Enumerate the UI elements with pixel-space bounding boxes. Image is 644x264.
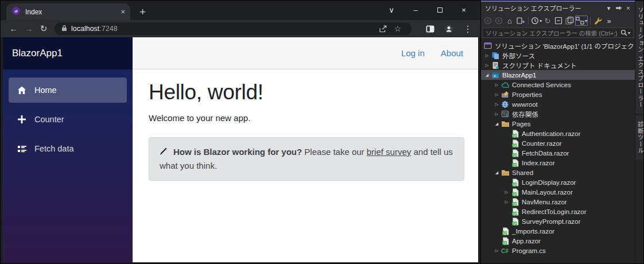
address-bar[interactable]: localhost :7248 ☆ <box>55 22 412 35</box>
reload-button[interactable]: ↻ <box>36 24 51 34</box>
collapsed-arrow-icon[interactable]: ▷ <box>493 112 501 117</box>
tree-item-surveyprompt-razor[interactable]: @SurveyPrompt.razor <box>481 216 635 226</box>
solution-explorer-search[interactable]: ソリューション エクスプローラー の検索 (Ctrl+;) ▾ <box>481 27 635 38</box>
tree-item-properties[interactable]: ▷Properties <box>481 90 635 99</box>
tab-search-button[interactable]: ∨ <box>379 6 404 14</box>
csharp-file-icon: C# <box>501 247 510 255</box>
collapsed-arrow-icon[interactable]: ▷ <box>483 53 491 58</box>
sync-with-active-document-icon[interactable]: ▾ <box>575 15 588 26</box>
bookmark-star-icon[interactable]: ☆ <box>390 24 405 33</box>
toolbar-separator <box>528 17 529 25</box>
tree-item-label: 依存関係 <box>512 110 538 119</box>
tree-item-label: wwwroot <box>512 101 538 108</box>
forward-button[interactable]: → <box>21 24 36 34</box>
minimize-button[interactable]: – <box>404 6 428 14</box>
app-page-body: Hello, world! Welcome to your new app. H… <box>133 69 478 181</box>
tree-item-item[interactable]: ▷依存関係 <box>481 109 635 119</box>
collapse-all-icon[interactable] <box>553 15 564 26</box>
preview-selected-items-icon[interactable] <box>564 15 575 26</box>
home-icon[interactable]: ⌂ <box>505 15 515 26</box>
collapsed-arrow-icon[interactable]: ▷ <box>503 200 510 204</box>
tree-item-label: ソリューション 'BlazorApp1' (1/1 のプロジェクト) <box>495 41 635 51</box>
maximize-button[interactable] <box>428 6 452 14</box>
sidebar-item-home[interactable]: Home <box>9 77 127 103</box>
tree-item-wwwroot[interactable]: ▷wwwroot <box>481 99 635 109</box>
new-tab-button[interactable]: + <box>139 6 146 17</box>
solution-explorer-toolbar: ⌂▾↻▾» <box>481 14 635 27</box>
razor-file-icon: @ <box>510 218 519 226</box>
svg-text:@: @ <box>513 192 517 196</box>
pin-button[interactable] <box>614 5 623 12</box>
tree-item-mainlayout-razor[interactable]: ▷@MainLayout.razor <box>481 187 635 197</box>
tree-item-blazorapp1[interactable]: ◢BlazorApp1 <box>481 70 635 80</box>
tree-item-connected-services[interactable]: ▷Connected Services <box>481 80 635 90</box>
close-window-button[interactable]: × <box>452 6 476 14</box>
browser-tab-index[interactable]: Index × <box>6 3 130 20</box>
window-position-button[interactable]: ▾ <box>604 5 614 12</box>
tree-item-label: Authentication.razor <box>522 130 580 137</box>
pending-changes-filter-icon[interactable]: ▾ <box>531 15 542 26</box>
expanded-arrow-icon[interactable]: ◢ <box>483 73 491 77</box>
toolbar-trailing-icons: ⋮ <box>423 24 475 34</box>
top-link-about[interactable]: About <box>441 48 463 58</box>
expanded-arrow-icon[interactable]: ◢ <box>493 122 501 126</box>
svg-text:@: @ <box>513 153 517 157</box>
tree-item-index-razor[interactable]: @Index.razor <box>481 158 635 168</box>
expanded-arrow-icon[interactable]: ◢ <box>493 170 501 175</box>
collapsed-arrow-icon[interactable]: ▷ <box>493 83 501 87</box>
tree-item-redirecttologin-razor[interactable]: @RedirectToLogin.razor <box>481 207 635 216</box>
side-tab-item[interactable]: ソリューション エクスプローラー <box>635 2 644 113</box>
toolbar-overflow-icon[interactable]: » <box>604 15 614 26</box>
collapsed-arrow-icon[interactable]: ▷ <box>483 63 491 68</box>
share-icon[interactable] <box>375 25 390 33</box>
brief-survey-link[interactable]: brief survey <box>367 147 412 157</box>
menu-dots-icon[interactable]: ⋮ <box>461 24 475 34</box>
tree-item-authentication-razor[interactable]: @Authentication.razor <box>481 129 635 138</box>
properties-wrench-icon[interactable] <box>593 15 603 26</box>
side-panel-icon[interactable] <box>423 25 437 33</box>
collapsed-arrow-icon[interactable]: ▷ <box>493 102 501 107</box>
profile-avatar-icon[interactable] <box>442 25 456 33</box>
refresh-icon[interactable]: ↻ <box>542 15 553 26</box>
sidebar-item-fetch-data[interactable]: Fetch data <box>9 136 127 161</box>
svg-text:@: @ <box>513 211 517 216</box>
history-forward-icon[interactable] <box>494 15 504 26</box>
tree-item-label: Index.razor <box>522 160 555 166</box>
razor-file-icon: @ <box>501 237 510 245</box>
top-link-log-in[interactable]: Log in <box>401 48 425 58</box>
pencil-icon <box>160 146 168 159</box>
tree-item-item[interactable]: ▷スクリプト ドキュメント <box>481 60 635 70</box>
collapsed-arrow-icon[interactable]: ▷ <box>493 249 501 253</box>
tree-item-label: Properties <box>512 91 542 98</box>
close-panel-button[interactable]: × <box>623 5 633 12</box>
solution-icon <box>483 42 492 50</box>
app-sidebar: BlazorApp1 HomeCounterFetch data <box>3 37 133 262</box>
collapsed-arrow-icon[interactable]: ▷ <box>503 190 510 195</box>
tree-item-item[interactable]: ▷外部ソース <box>481 51 635 60</box>
tree-item-imports-razor[interactable]: @_Imports.razor <box>481 226 635 236</box>
search-magnifier-icon[interactable]: ▾ <box>620 29 630 36</box>
collapsed-arrow-icon[interactable]: ▷ <box>493 92 501 97</box>
tree-item-navmenu-razor[interactable]: ▷@NavMenu.razor <box>481 197 635 207</box>
lock-icon <box>61 24 67 34</box>
tree-item-shared[interactable]: ◢Shared <box>481 168 635 177</box>
page-subtitle: Welcome to your new app. <box>149 113 464 123</box>
tree-item-program-cs[interactable]: ▷C#Program.cs <box>481 246 635 255</box>
switch-views-icon[interactable] <box>515 15 526 26</box>
tree-item-counter-razor[interactable]: @Counter.razor <box>481 138 635 148</box>
history-back-icon[interactable] <box>483 15 493 26</box>
dropdown-arrow-icon[interactable]: ▾ <box>540 18 542 24</box>
tab-close-icon[interactable]: × <box>121 8 125 15</box>
back-button[interactable]: ← <box>6 24 21 34</box>
solution-tree: ソリューション 'BlazorApp1' (1/1 のプロジェクト)▷外部ソース… <box>481 38 635 264</box>
tree-item-blazorapp1-1-1[interactable]: ソリューション 'BlazorApp1' (1/1 のプロジェクト) <box>481 41 635 51</box>
tree-item-logindisplay-razor[interactable]: @LoginDisplay.razor <box>481 177 635 187</box>
side-tab-item[interactable]: 診断ツール <box>635 116 644 160</box>
sidebar-item-counter[interactable]: Counter <box>9 107 127 132</box>
tree-item-fetchdata-razor[interactable]: @FetchData.razor <box>481 148 635 158</box>
tree-item-pages[interactable]: ◢Pages <box>481 119 635 129</box>
tree-item-label: NavMenu.razor <box>522 199 567 205</box>
tree-item-app-razor[interactable]: @App.razor <box>481 236 635 246</box>
dropdown-arrow-icon[interactable]: ▾ <box>585 18 587 24</box>
dropdown-arrow-icon[interactable]: ▾ <box>628 30 630 36</box>
